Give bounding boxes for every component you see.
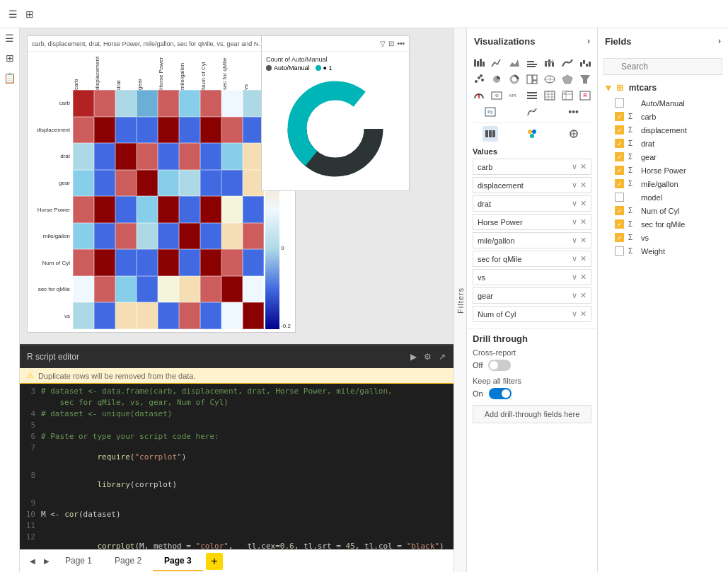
value-field-sec[interactable]: sec for qMile ∨ ✕ [473, 251, 591, 267]
r-code[interactable]: 3 # dataset <- data.frame(carb, displace… [20, 384, 466, 549]
remove-vs-icon[interactable]: ✕ [580, 273, 587, 282]
viz-filled-map[interactable] [560, 72, 575, 87]
heatmap-visual[interactable]: carb, displacement, drat, Horse Power, m… [27, 35, 296, 333]
field-item-displacement[interactable]: Σ displacement [601, 123, 725, 137]
viz-more[interactable]: ••• [566, 104, 582, 120]
value-field-carb[interactable]: carb ∨ ✕ [473, 159, 591, 175]
viz-matrix[interactable] [560, 88, 575, 103]
field-item-numcyl[interactable]: Σ Num of Cyl [601, 204, 725, 217]
page-tab-3[interactable]: Page 3 [153, 551, 203, 571]
add-drill-button[interactable]: Add drill-through fields here [473, 405, 591, 423]
more-donut-icon[interactable]: ••• [397, 40, 405, 47]
field-checkbox-model[interactable] [615, 193, 624, 202]
value-field-drat[interactable]: drat ∨ ✕ [473, 195, 591, 212]
value-field-vs[interactable]: vs ∨ ✕ [473, 269, 591, 285]
viz-treemap[interactable] [524, 72, 540, 87]
viz-stacked-bar[interactable] [471, 55, 487, 71]
expand-hp-icon[interactable]: ∨ [572, 217, 577, 227]
remove-mpg-icon[interactable]: ✕ [580, 236, 587, 245]
viz-gauge[interactable] [471, 88, 487, 103]
viz-map[interactable] [542, 72, 557, 87]
field-checkbox-gear[interactable] [615, 152, 624, 161]
sidebar-icon-1[interactable]: ☰ [3, 31, 17, 45]
viz-slicer[interactable] [524, 88, 540, 103]
field-checkbox-auto-manual[interactable] [615, 98, 624, 108]
field-checkbox-carb[interactable] [615, 112, 624, 121]
viz-format-icon[interactable] [524, 126, 540, 142]
field-checkbox-mpg[interactable] [615, 179, 624, 188]
field-item-vs[interactable]: Σ vs [601, 231, 725, 244]
popout-icon[interactable]: ↗ [439, 352, 446, 362]
expand-displacement-icon[interactable]: ∨ [572, 181, 577, 190]
viz-funnel[interactable] [577, 72, 593, 87]
menu-icon[interactable]: ☰ [6, 7, 20, 21]
page-nav-right[interactable]: ▶ [40, 554, 54, 568]
remove-carb-icon[interactable]: ✕ [580, 162, 587, 171]
remove-displacement-icon[interactable]: ✕ [580, 181, 587, 190]
viz-area-chart[interactable] [507, 55, 522, 71]
field-checkbox-vs[interactable] [615, 233, 624, 242]
viz-analytics-icon[interactable] [566, 126, 582, 142]
field-checkbox-drat[interactable] [615, 139, 624, 148]
page-nav-left[interactable]: ◀ [25, 554, 40, 568]
viz-waterfall[interactable] [577, 55, 593, 71]
expand-vs-icon[interactable]: ∨ [572, 273, 577, 282]
field-item-sec[interactable]: Σ sec for qMile [601, 217, 725, 231]
field-checkbox-numcyl[interactable] [615, 206, 624, 215]
value-field-displacement[interactable]: displacement ∨ ✕ [473, 177, 591, 193]
cross-report-toggle[interactable] [488, 360, 511, 371]
field-item-drat[interactable]: Σ drat [601, 137, 725, 150]
field-item-gear[interactable]: Σ gear [601, 150, 725, 164]
remove-drat-icon[interactable]: ✕ [580, 199, 587, 208]
field-item-hp[interactable]: Σ Horse Power [601, 164, 725, 177]
remove-hp-icon[interactable]: ✕ [580, 217, 587, 227]
viz-smart[interactable] [524, 104, 540, 120]
field-item-weight[interactable]: Σ Weight [601, 244, 725, 258]
value-field-mpg[interactable]: mile/gallon ∨ ✕ [473, 232, 591, 248]
expand-gear-icon[interactable]: ∨ [572, 291, 577, 300]
remove-sec-icon[interactable]: ✕ [580, 254, 587, 263]
field-item-carb[interactable]: Σ carb [601, 110, 725, 123]
viz-line-chart[interactable] [489, 55, 504, 71]
viz-panel-expand[interactable]: › [587, 36, 590, 46]
expand-carb-icon[interactable]: ∨ [572, 162, 577, 171]
grid-icon[interactable]: ⊞ [23, 7, 37, 21]
expand-donut-icon[interactable]: ⊡ [388, 40, 394, 47]
viz-r-visual[interactable]: R [577, 88, 593, 103]
field-item-model[interactable]: model [601, 190, 725, 204]
expand-sec-icon[interactable]: ∨ [572, 254, 577, 263]
settings-icon[interactable]: ⚙ [424, 352, 432, 362]
field-checkbox-displacement[interactable] [615, 125, 624, 135]
field-checkbox-hp[interactable] [615, 166, 624, 175]
page-tab-add[interactable]: + [206, 553, 223, 570]
field-checkbox-sec[interactable] [615, 219, 624, 229]
remove-numcyl-icon[interactable]: ✕ [580, 309, 587, 319]
value-field-numcyl[interactable]: Num of Cyl ∨ ✕ [473, 306, 591, 322]
remove-gear-icon[interactable]: ✕ [580, 291, 587, 300]
filters-panel[interactable]: Filters [453, 28, 466, 572]
viz-donut-icon[interactable] [507, 72, 522, 87]
field-item-mpg[interactable]: Σ mile/gallon [601, 177, 725, 190]
viz-python[interactable]: Py [483, 104, 498, 120]
keep-filters-toggle[interactable] [489, 388, 512, 399]
viz-card[interactable]: 42 [489, 88, 504, 103]
viz-ribbon-chart[interactable] [560, 55, 575, 71]
page-tab-1[interactable]: Page 1 [54, 551, 103, 571]
sidebar-icon-3[interactable]: 📋 [3, 71, 17, 85]
donut-visual[interactable]: ▽ ⊡ ••• Count of Auto/Manual Auto/Manual [261, 35, 410, 191]
value-field-gear[interactable]: gear ∨ ✕ [473, 287, 591, 304]
viz-fields-icon[interactable] [483, 126, 498, 142]
field-checkbox-weight[interactable] [615, 246, 624, 256]
expand-numcyl-icon[interactable]: ∨ [572, 309, 577, 319]
expand-mpg-icon[interactable]: ∨ [572, 236, 577, 245]
viz-kpi[interactable]: KPI [507, 88, 522, 103]
fields-panel-expand[interactable]: › [718, 36, 721, 46]
expand-drat-icon[interactable]: ∨ [572, 199, 577, 208]
viz-scatter[interactable] [471, 72, 487, 87]
viz-table[interactable] [542, 88, 557, 103]
value-field-horsepower[interactable]: Horse Power ∨ ✕ [473, 214, 591, 230]
viz-bar-chart[interactable] [524, 55, 540, 71]
viz-pie[interactable] [489, 72, 504, 87]
filter-donut-icon[interactable]: ▽ [380, 40, 386, 47]
sidebar-icon-2[interactable]: ⊞ [3, 51, 17, 65]
